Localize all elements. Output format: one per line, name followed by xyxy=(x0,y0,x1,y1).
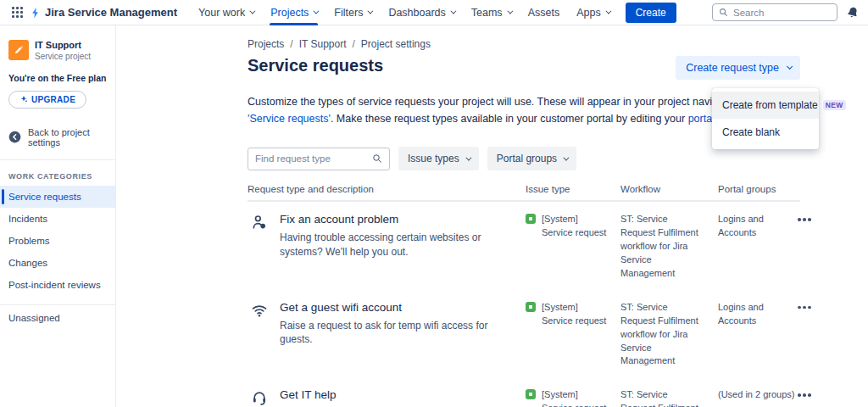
nav-item-projects[interactable]: Projects xyxy=(263,0,325,25)
notifications-bell-icon[interactable] xyxy=(844,4,860,20)
sidebar-item-label: Post-incident reviews xyxy=(8,280,101,290)
request-type-name[interactable]: Get a guest wifi account xyxy=(280,301,505,314)
issue-types-filter[interactable]: Issue types xyxy=(398,147,479,170)
more-actions-button[interactable] xyxy=(796,303,813,313)
sidebar-item-label: Problems xyxy=(8,236,50,246)
headset-icon xyxy=(251,389,268,406)
more-actions-button[interactable] xyxy=(796,390,813,400)
jira-logo[interactable]: Jira Service Management xyxy=(30,6,177,19)
issue-type-icon xyxy=(526,302,536,312)
chevron-down-icon xyxy=(368,8,374,14)
search-icon xyxy=(719,8,728,17)
sidebar-item-label: Changes xyxy=(8,258,47,268)
issue-type-label: [System] Service request xyxy=(542,213,609,240)
sidebar-item-changes[interactable]: Changes xyxy=(0,252,115,274)
nav-item-your-work[interactable]: Your work xyxy=(191,0,261,25)
table-row: Get IT help Get assistance for general I… xyxy=(248,377,800,407)
breadcrumb-it-support[interactable]: IT Support xyxy=(299,38,347,50)
sidebar-item-incidents[interactable]: Incidents xyxy=(0,208,115,230)
nav-item-label: Projects xyxy=(270,7,309,19)
back-to-project-settings[interactable]: Back to project settings xyxy=(0,127,115,148)
issue-type-label: [System] Service request xyxy=(542,301,609,328)
filter-bar: Issue types Portal groups xyxy=(248,147,800,170)
menu-item-label: Create blank xyxy=(722,126,780,138)
column-header-portal-groups: Portal groups xyxy=(718,184,796,194)
chevron-down-icon xyxy=(507,8,513,14)
breadcrumb-project-settings[interactable]: Project settings xyxy=(361,38,431,50)
page-title: Service requests xyxy=(248,56,383,75)
request-type-name[interactable]: Fix an account problem xyxy=(280,213,505,226)
sidebar-divider xyxy=(0,304,115,305)
project-header[interactable]: IT Support Service project xyxy=(0,40,115,61)
project-name: IT Support xyxy=(35,40,91,52)
upgrade-label: UPGRADE xyxy=(31,95,75,104)
menu-item-create-from-template[interactable]: Create from templateNEW xyxy=(712,92,819,119)
create-request-type-menu: Create from templateNEWCreate blank xyxy=(712,88,819,149)
table-row: Fix an account problem Having trouble ac… xyxy=(248,202,800,290)
portal-groups-cell: Logins and Accounts xyxy=(718,213,796,281)
sidebar-item-problems[interactable]: Problems xyxy=(0,230,115,252)
create-request-type-label: Create request type xyxy=(686,62,779,74)
nav-item-filters[interactable]: Filters xyxy=(326,0,379,25)
create-button[interactable]: Create xyxy=(626,3,676,23)
nav-item-assets[interactable]: Assets xyxy=(520,0,568,25)
project-avatar xyxy=(8,40,29,60)
wifi-icon xyxy=(251,302,268,319)
nav-item-apps[interactable]: Apps xyxy=(569,0,617,25)
nav-item-label: Filters xyxy=(334,7,363,19)
workflow-cell: ST: Service Request Fulfilment workflow … xyxy=(620,213,718,281)
sidebar-item-post-incident-reviews[interactable]: Post-incident reviews xyxy=(0,274,115,296)
main-content: Projects/IT Support/Project settings Ser… xyxy=(248,25,800,407)
menu-item-create-blank[interactable]: Create blank xyxy=(712,119,819,146)
column-header-actions xyxy=(796,184,800,194)
sidebar-item-unassigned[interactable]: Unassigned xyxy=(0,307,115,329)
page-description: Customize the types of service requests … xyxy=(248,93,790,127)
portal-groups-filter[interactable]: Portal groups xyxy=(487,147,576,170)
find-request-type-input[interactable] xyxy=(255,153,372,164)
chevron-down-icon xyxy=(787,63,793,69)
find-request-type-box[interactable] xyxy=(248,148,390,170)
nav-item-dashboards[interactable]: Dashboards xyxy=(381,0,461,25)
bolt-icon xyxy=(30,7,42,19)
description-text: Customize the types of service requests … xyxy=(248,96,771,108)
search-icon xyxy=(372,153,382,164)
chevron-down-icon xyxy=(250,8,256,14)
create-request-type-button[interactable]: Create request type xyxy=(676,56,800,80)
new-badge: NEW xyxy=(823,100,846,111)
issue-type-icon xyxy=(526,214,536,224)
global-search-input[interactable] xyxy=(733,8,831,18)
back-label: Back to project settings xyxy=(28,127,107,148)
top-navigation-bar: Jira Service Management Your workProject… xyxy=(0,0,868,25)
breadcrumb-projects[interactable]: Projects xyxy=(248,38,284,50)
pencil-icon xyxy=(13,44,25,56)
column-header-workflow: Workflow xyxy=(620,184,718,194)
breadcrumb-separator: / xyxy=(353,38,355,50)
menu-item-label: Create from template xyxy=(722,99,818,111)
more-actions-button[interactable] xyxy=(796,215,813,225)
nav-item-teams[interactable]: Teams xyxy=(464,0,519,25)
breadcrumb-separator: / xyxy=(290,38,292,50)
project-type: Service project xyxy=(35,52,91,61)
service-requests-link[interactable]: 'Service requests' xyxy=(248,113,331,125)
nav-item-label: Apps xyxy=(576,7,601,19)
work-categories-list: Service requestsIncidentsProblemsChanges… xyxy=(0,186,115,296)
workflow-cell: ST: Service Request Fulfilment workflow … xyxy=(620,301,718,369)
column-header-request-type-and-description: Request type and description xyxy=(248,184,526,194)
primary-nav: Your workProjectsFiltersDashboardsTeamsA… xyxy=(191,0,617,25)
request-type-name[interactable]: Get IT help xyxy=(280,388,505,401)
nav-item-label: Teams xyxy=(471,7,503,19)
request-type-description: Having trouble accessing certain website… xyxy=(280,231,505,259)
app-title: Jira Service Management xyxy=(45,6,177,19)
portal-groups-filter-label: Portal groups xyxy=(497,153,557,164)
upgrade-button[interactable]: UPGRADE xyxy=(8,91,86,109)
sidebar-item-service-requests[interactable]: Service requests xyxy=(0,186,115,208)
app-switcher-icon[interactable] xyxy=(12,7,23,18)
chevron-down-icon xyxy=(605,8,611,14)
nav-item-label: Your work xyxy=(198,7,245,19)
global-search[interactable] xyxy=(712,3,837,21)
column-header-issue-type: Issue type xyxy=(526,184,620,194)
back-arrow-icon xyxy=(8,131,21,143)
request-types-table: Request type and descriptionIssue typeWo… xyxy=(248,184,800,407)
table-header-row: Request type and descriptionIssue typeWo… xyxy=(248,184,800,202)
workflow-cell: ST: Service Request Fulfilment workflow … xyxy=(620,388,718,407)
